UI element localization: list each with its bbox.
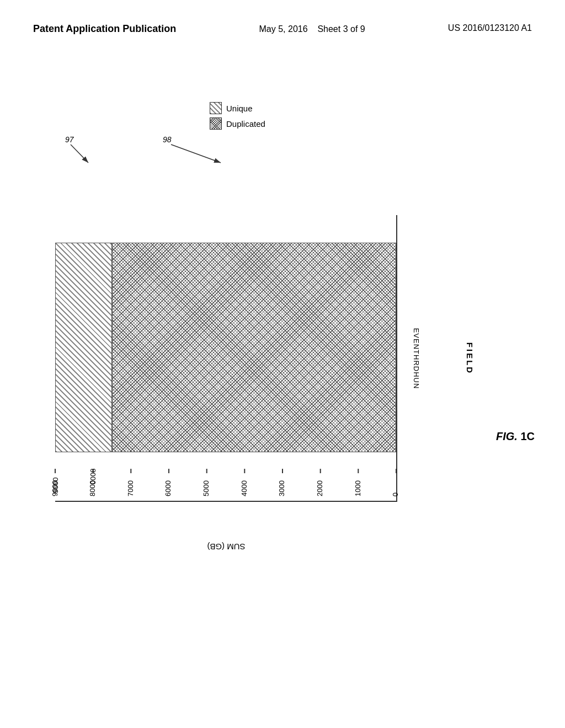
bar-segment-duplicated (112, 243, 396, 452)
chart-legend: Unique Duplicated (210, 102, 265, 130)
patent-number: US 2016/0123120 A1 (448, 22, 532, 34)
tick-label-8000: 8000 (88, 480, 97, 496)
tick-label-3000: 3000 (278, 480, 286, 496)
tick-label-7000: 7000 (126, 480, 135, 496)
publication-title: Patent Application Publication (33, 22, 176, 36)
publication-date: May 5, 2016 (259, 24, 308, 34)
tick-label-6000: 6000 (164, 480, 172, 496)
fig-number: 1C (520, 430, 535, 442)
bar-label-97: 97 (65, 135, 74, 144)
tick-label-2000: 2000 (316, 480, 324, 496)
y-axis-line (396, 215, 397, 502)
tick-label-0: 0 (391, 493, 399, 496)
page-header: Patent Application Publication May 5, 20… (0, 22, 565, 36)
x-axis-title: SUM (GB) (207, 542, 245, 552)
tick-label-4000: 4000 (240, 480, 248, 496)
tick-label-1000: 1000 (354, 480, 362, 496)
legend-label-duplicated: Duplicated (226, 119, 265, 129)
legend-label-unique: Unique (226, 104, 253, 113)
publication-date-sheet: May 5, 2016 Sheet 3 of 9 (259, 22, 365, 36)
legend-item-duplicated: Duplicated (210, 117, 265, 130)
publication-sheet: Sheet 3 of 9 (317, 24, 365, 34)
legend-item-unique: Unique (210, 102, 265, 114)
bar-arrows-svg: 97 98 (55, 132, 397, 188)
horizontal-chart: 9000 8000 (55, 215, 397, 502)
arrow-97 (71, 144, 88, 163)
legend-icon-duplicated (210, 117, 222, 130)
y-axis-label: EVENTHRDHUN (412, 328, 420, 389)
legend-icon-unique (210, 102, 222, 114)
bar-label-98: 98 (163, 135, 172, 144)
chart-container: 97 98 (55, 182, 441, 524)
field-label: FIELD (465, 342, 474, 374)
tick-label-5000: 5000 (202, 480, 210, 496)
arrow-98 (171, 144, 221, 163)
figure-label: FIG. 1C (496, 430, 535, 443)
bar-segment-unique (55, 243, 112, 452)
fig-prefix: FIG. (496, 430, 520, 442)
tick-label-9000: 9000 (51, 480, 59, 496)
bar-row (55, 243, 396, 452)
x-tick-labels: 9000 8000 7000 6000 5000 4000 3000 2000 … (55, 469, 397, 496)
